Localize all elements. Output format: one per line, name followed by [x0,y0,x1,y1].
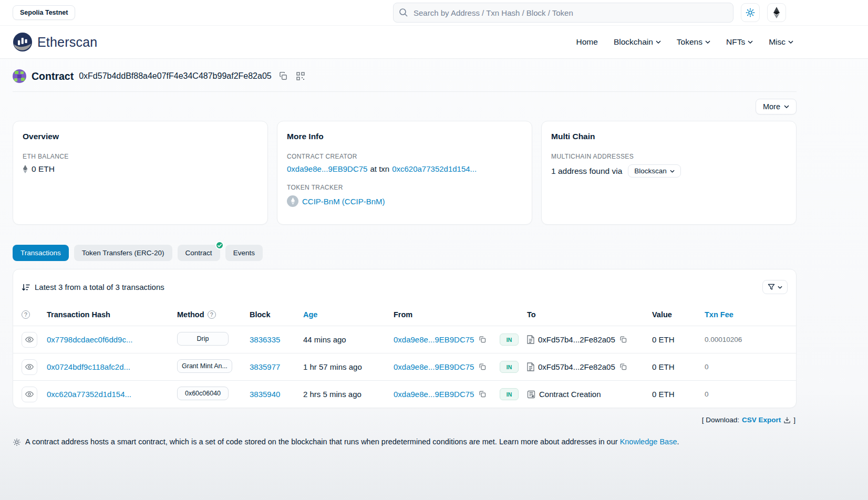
txn-hash-link[interactable]: 0xc620a77352d1d154... [47,390,131,399]
address-avatar [13,69,26,83]
col-from: From [394,310,500,319]
eth-balance-value: 0 ETH [32,164,55,174]
table-header-row: Transaction Hash Method Block Age From T… [13,304,796,326]
txn-hash-link[interactable]: 0x7798dcdaec0f6dd9c... [47,335,132,344]
chevron-down-icon [748,40,753,44]
tx-preview-button[interactable] [22,332,37,348]
from-address-link[interactable]: 0xda9e8e...9EB9DC75 [394,390,474,399]
block-link[interactable]: 3835940 [250,390,280,399]
etherscan-logo[interactable]: Etherscan [13,32,97,52]
tab-token-transfers[interactable]: Token Transfers (ERC-20) [74,245,172,261]
chevron-down-icon [656,40,661,44]
site-header: Etherscan Home Blockchain Tokens NFTs Mi… [0,25,868,59]
etherscan-logo-icon [13,32,33,52]
more-dropdown-button[interactable]: More [756,99,797,114]
col-to: To [527,310,652,319]
multichain-card-title: Multi Chain [551,132,787,141]
age-cell: 44 mins ago [303,335,394,344]
from-address-link[interactable]: 0xda9e8e...9EB9DC75 [394,335,474,344]
from-address-link[interactable]: 0xda9e8e...9EB9DC75 [394,362,474,371]
col-transaction-hash: Transaction Hash [47,310,177,319]
footer-note: A contract address hosts a smart contrac… [13,438,797,446]
search-icon [399,8,408,17]
method-badge: Grant Mint An... [177,359,232,373]
csv-export-link[interactable]: CSV Export [742,416,781,424]
tab-events[interactable]: Events [225,245,263,261]
copy-icon [479,363,487,371]
footer-note-text: A contract address hosts a smart contrac… [25,438,618,446]
value-cell: 0 ETH [652,335,705,344]
knowledge-base-link[interactable]: Knowledge Base [620,438,677,446]
col-age[interactable]: Age [303,310,394,319]
more-info-card-title: More Info [287,132,522,141]
chevron-down-icon [670,170,675,173]
tx-preview-button[interactable] [22,387,37,402]
nav-item-blockchain[interactable]: Blockchain [614,37,661,47]
copy-from-button[interactable] [478,362,487,371]
chevron-down-icon [778,286,782,289]
blockscan-dropdown-button[interactable]: Blockscan [628,164,681,178]
eye-icon [25,336,34,343]
help-icon[interactable] [208,310,216,319]
download-icon[interactable] [783,416,791,424]
block-link[interactable]: 3836335 [250,335,280,344]
creation-txn-link[interactable]: 0xc620a77352d1d154... [392,164,477,173]
download-row: [ Download: CSV Export ] [14,416,795,424]
download-prefix: [ Download: [702,416,739,424]
col-block: Block [250,310,303,319]
sort-icon [22,284,30,291]
nav-item-misc[interactable]: Misc [769,37,793,47]
more-row: More [13,92,797,121]
top-bar: Sepolia Testnet [0,0,868,25]
token-tracker-link[interactable]: CCIP-BnM (CCIP-BnM) [302,197,385,206]
chevron-down-icon [705,40,710,44]
info-cards: Overview ETH BALANCE 0 ETH More Info CON… [13,121,797,225]
more-info-card: More Info CONTRACT CREATOR 0xda9e8e...9E… [277,121,532,225]
tab-contract[interactable]: Contract [178,245,220,261]
nav-item-tokens[interactable]: Tokens [677,37,710,47]
filter-button[interactable] [762,280,788,294]
contract-file-icon [527,362,534,371]
chevron-down-icon [788,40,793,44]
search-input[interactable] [393,3,733,23]
table-row: 0x7798dcdaec0f6dd9c... Drip 3836335 44 m… [13,326,796,353]
search-bar [393,3,733,23]
tab-transactions[interactable]: Transactions [13,245,69,261]
txn-hash-link[interactable]: 0x0724bdf9c118afc2d... [47,362,130,371]
copy-to-button[interactable] [619,362,628,371]
copy-address-button[interactable] [278,71,289,82]
network-switch-button[interactable] [767,3,786,22]
main-nav: Home Blockchain Tokens NFTs Misc [576,37,793,47]
theme-toggle-button[interactable] [741,3,760,22]
copy-icon [619,336,627,343]
qr-code-button[interactable] [295,71,306,81]
eth-glyph-icon [23,165,28,173]
contract-header: Contract 0xFd57b4ddBf88a4e07fF4e34C487b9… [13,59,797,91]
tx-preview-button[interactable] [22,359,37,375]
col-txn-fee[interactable]: Txn Fee [705,310,788,319]
creator-address-link[interactable]: 0xda9e8e...9EB9DC75 [287,164,367,173]
transactions-card: Latest 3 from a total of 3 transactions … [13,269,797,408]
footer-note-suffix: . [677,438,679,446]
nav-item-home[interactable]: Home [576,37,598,47]
to-address: Contract Creation [539,390,601,399]
col-value: Value [652,310,705,319]
age-cell: 1 hr 57 mins ago [303,362,394,371]
age-cell: 2 hrs 5 mins ago [303,390,394,399]
nav-item-nfts[interactable]: NFTs [726,37,753,47]
ethereum-icon [773,7,780,18]
copy-icon [479,336,487,343]
creator-at-txn-text: at txn [370,164,389,173]
copy-to-button[interactable] [619,335,628,344]
fee-cell: 0 [705,363,788,371]
table-row: 0x0724bdf9c118afc2d... Grant Mint An... … [13,353,796,380]
transactions-summary: Latest 3 from a total of 3 transactions [22,283,164,291]
copy-from-button[interactable] [478,335,487,344]
copy-from-button[interactable] [478,390,487,399]
help-icon[interactable] [22,310,30,319]
network-badge[interactable]: Sepolia Testnet [13,5,75,20]
eth-balance-label: ETH BALANCE [23,153,258,160]
to-address: 0xFd57b4...2Fe82a05 [538,335,615,344]
block-link[interactable]: 3835977 [250,362,280,371]
download-suffix: ] [793,416,795,424]
